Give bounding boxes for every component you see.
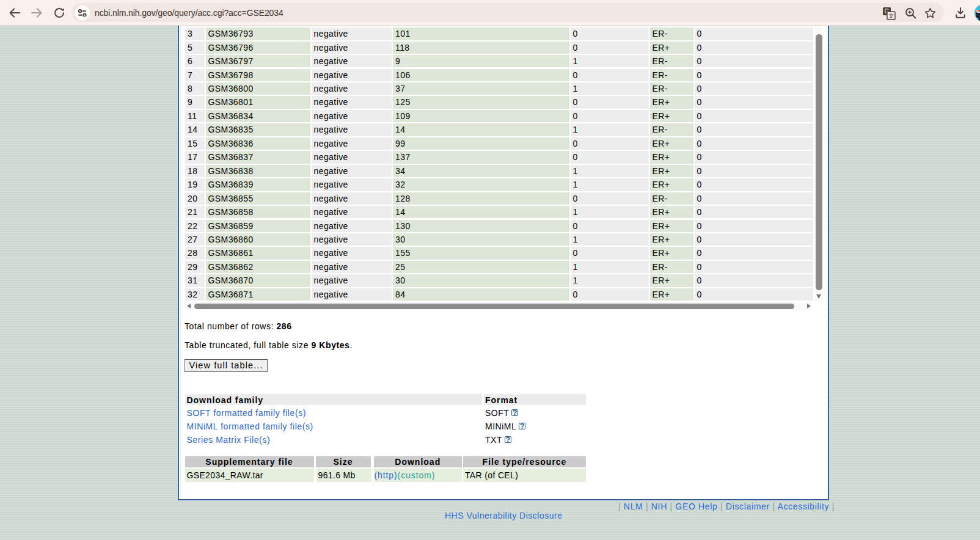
svg-text:文: 文 (888, 12, 894, 19)
